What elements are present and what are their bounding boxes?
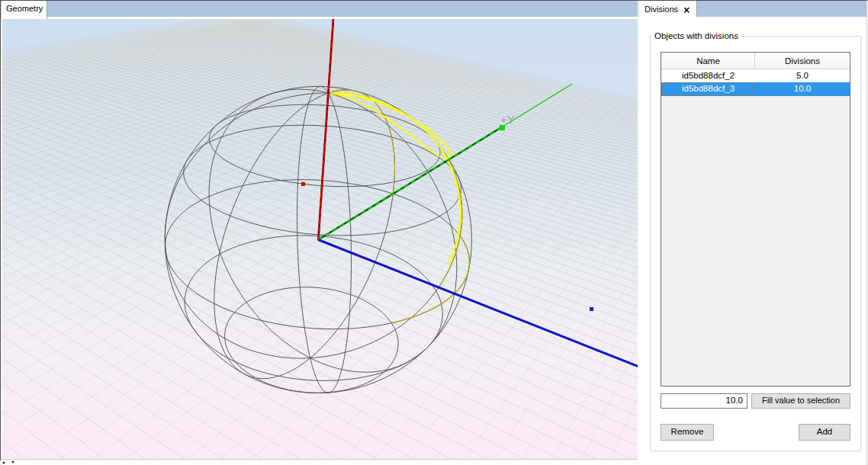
svg-text:+Y: +Y (500, 113, 515, 126)
